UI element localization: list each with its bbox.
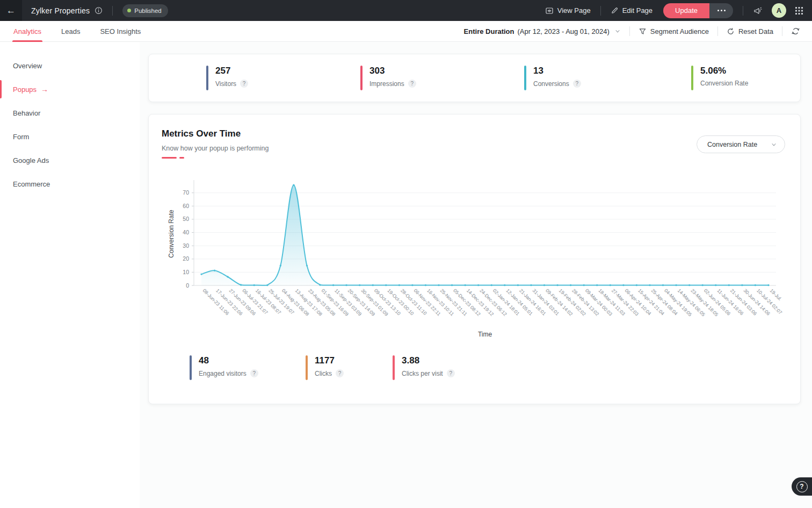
update-button[interactable]: Update xyxy=(663,3,709,18)
stat-visitors: 257 Visitors ? xyxy=(206,66,248,90)
reset-data-label: Reset Data xyxy=(738,27,773,35)
svg-text:70: 70 xyxy=(183,189,189,196)
svg-text:10: 10 xyxy=(183,269,189,275)
stat-value: 1177 xyxy=(315,355,344,366)
help-button[interactable]: ? xyxy=(792,477,812,496)
stat-label: Conversion Rate xyxy=(700,80,748,87)
question-icon[interactable]: ? xyxy=(240,80,248,88)
stat-clicks-per-visit: 3.88 Clicks per visit ? xyxy=(393,355,455,380)
svg-text:50: 50 xyxy=(183,216,189,222)
stat-color-bar xyxy=(206,66,208,90)
divider xyxy=(600,6,601,16)
edit-pencil-icon xyxy=(611,6,619,15)
topbar: ← Zylker Properties Published View Page … xyxy=(0,0,812,21)
question-icon[interactable]: ? xyxy=(408,80,416,88)
arrow-right-icon: → xyxy=(41,85,48,94)
segment-audience-button[interactable]: Segment Audience xyxy=(639,27,709,35)
metrics-over-time-card: Metrics Over Time Know how your popup is… xyxy=(148,114,801,404)
status-badge: Published xyxy=(122,4,168,17)
divider xyxy=(112,6,113,16)
question-icon[interactable]: ? xyxy=(250,369,258,377)
filter-funnel-icon xyxy=(639,27,647,35)
stat-value: 3.88 xyxy=(402,355,455,366)
stat-clicks: 1177 Clicks ? xyxy=(306,355,344,380)
svg-text:60: 60 xyxy=(183,203,189,209)
y-axis-title: Conversion Rate xyxy=(168,191,176,277)
svg-text:30: 30 xyxy=(183,242,189,249)
tab-analytics[interactable]: Analytics xyxy=(13,21,41,42)
chevron-down-icon xyxy=(771,141,777,148)
sidebar-item-google-ads[interactable]: Google Ads xyxy=(0,148,140,172)
divider xyxy=(743,6,743,16)
x-axis-title: Time xyxy=(194,331,776,338)
stat-value: 303 xyxy=(369,66,416,76)
card-title: Metrics Over Time xyxy=(162,128,241,139)
stat-label: Clicks xyxy=(315,370,332,377)
stat-label: Clicks per visit xyxy=(402,370,443,377)
sidebar-item-behavior[interactable]: Behavior xyxy=(0,101,140,125)
question-icon[interactable]: ? xyxy=(573,80,581,88)
duration-value: (Apr 12, 2023 - Aug 01, 2024) xyxy=(518,27,610,35)
help-icon: ? xyxy=(796,481,808,492)
title-accent-dashes xyxy=(162,157,184,159)
stat-value: 13 xyxy=(533,66,581,76)
stat-conversion-rate: 5.06% Conversion Rate xyxy=(691,66,748,90)
question-icon[interactable]: ? xyxy=(336,369,344,377)
svg-text:40: 40 xyxy=(183,229,189,235)
stat-value: 48 xyxy=(199,355,258,366)
svg-text:0: 0 xyxy=(186,282,189,289)
tab-leads[interactable]: Leads xyxy=(61,21,80,42)
metrics-chart: Conversion Rate 01020304050607008-Jun-23… xyxy=(160,178,788,345)
back-arrow-icon: ← xyxy=(6,5,16,16)
status-badge-label: Published xyxy=(134,8,162,14)
segment-audience-label: Segment Audience xyxy=(650,27,709,35)
stat-color-bar xyxy=(691,66,693,90)
stat-color-bar xyxy=(360,66,363,90)
stat-label: Visitors xyxy=(215,80,236,88)
metric-select-dropdown[interactable]: Conversion Rate xyxy=(697,135,785,153)
duration-label: Entire Duration xyxy=(464,27,514,35)
metric-select-value: Conversion Rate xyxy=(707,141,757,148)
stat-value: 257 xyxy=(215,66,248,76)
question-icon[interactable]: ? xyxy=(447,369,455,377)
published-dot-icon xyxy=(127,9,131,12)
page-tabs-bar: Analytics Leads SEO Insights Entire Dura… xyxy=(0,21,812,42)
tab-seo-insights[interactable]: SEO Insights xyxy=(100,21,141,42)
divider xyxy=(717,26,718,36)
sidebar-item-popups[interactable]: Popups → xyxy=(0,77,140,101)
stat-engaged-visitors: 48 Engaged visitors ? xyxy=(190,355,258,380)
view-page-button[interactable]: View Page xyxy=(545,6,591,15)
view-page-label: View Page xyxy=(557,6,591,15)
stat-label: Conversions xyxy=(533,80,569,88)
stat-label: Engaged visitors xyxy=(199,370,247,377)
sidebar-item-form[interactable]: Form xyxy=(0,125,140,148)
avatar-initial: A xyxy=(777,6,781,15)
edit-page-button[interactable]: Edit Page xyxy=(611,6,653,15)
back-button[interactable]: ← xyxy=(0,0,22,21)
duration-selector[interactable]: Entire Duration (Apr 12, 2023 - Aug 01, … xyxy=(464,27,621,35)
more-options-button[interactable] xyxy=(709,3,733,18)
edit-page-label: Edit Page xyxy=(622,6,653,15)
sidebar-item-overview[interactable]: Overview xyxy=(0,54,140,77)
avatar[interactable]: A xyxy=(772,3,786,18)
area-chart-svg: 01020304050607008-Jun-23 11:0617-Jun-23 … xyxy=(160,178,788,345)
stat-label: Impressions xyxy=(369,80,404,88)
divider xyxy=(782,26,782,36)
summary-stats-card: 257 Visitors ? 303 Impressions ? 13 Conv… xyxy=(148,54,801,102)
sync-refresh-button[interactable] xyxy=(791,27,800,35)
stat-impressions: 303 Impressions ? xyxy=(360,66,416,90)
stat-color-bar xyxy=(306,355,308,380)
announcements-button[interactable] xyxy=(753,6,763,15)
update-split-button: Update xyxy=(663,3,733,18)
stat-color-bar xyxy=(393,355,395,380)
reset-data-button[interactable]: Reset Data xyxy=(727,27,773,35)
apps-grid-button[interactable] xyxy=(795,6,803,15)
stat-conversions: 13 Conversions ? xyxy=(524,66,581,90)
stat-color-bar xyxy=(524,66,526,90)
chevron-down-icon xyxy=(614,28,621,34)
divider xyxy=(629,26,630,36)
card-subtitle: Know how your popup is performing xyxy=(162,145,269,152)
info-icon[interactable] xyxy=(95,6,103,15)
sidebar-item-ecommerce[interactable]: Ecommerce xyxy=(0,172,140,196)
analytics-sidebar: Overview Popups → Behavior Form Google A… xyxy=(0,54,140,196)
